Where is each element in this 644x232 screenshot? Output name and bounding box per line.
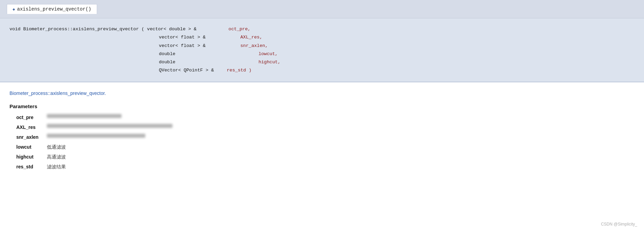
param-name-snr-axlen: snr_axlen xyxy=(16,134,47,141)
reference-link-anchor[interactable]: Biometer_process::axislens_preview_qvect… xyxy=(10,90,105,96)
param-name-highcut: highcut xyxy=(16,153,47,161)
param-desc-res-std: 滤波结果 xyxy=(47,163,66,170)
function-header: ◆ axislens_preview_qvector() xyxy=(0,0,644,18)
param-name-5: highcut, xyxy=(258,58,280,66)
blurred-content-snr-axlen xyxy=(47,134,145,138)
param-spacer-4 xyxy=(220,50,258,58)
param-spacer-3 xyxy=(220,42,240,50)
blurred-content-oct-pre xyxy=(47,114,122,118)
param-type-6: QVector< QPointF > & xyxy=(159,66,220,74)
param-spacer-5 xyxy=(220,58,258,66)
param-type-2: vector< float > & xyxy=(159,33,220,42)
param-row-highcut: highcut 高通滤波 xyxy=(16,153,634,161)
param-name-res-std: res_std xyxy=(16,163,47,170)
param-name-oct-pre: oct_pre xyxy=(16,114,47,121)
function-tab[interactable]: ◆ axislens_preview_qvector() xyxy=(7,4,97,14)
signature-line-5: double highcut, xyxy=(159,58,634,66)
param-name-4: lowcut, xyxy=(258,50,278,58)
signature-box: void Biometer_process::axislens_preview_… xyxy=(0,18,644,82)
tab-label: axislens_preview_qvector() xyxy=(17,6,91,12)
diamond-icon: ◆ xyxy=(13,7,15,12)
param-row-lowcut: lowcut 低通滤波 xyxy=(16,144,634,151)
parameters-title: Parameters xyxy=(10,103,634,109)
param-desc-oct-pre xyxy=(47,114,122,118)
param-desc-lowcut: 低通滤波 xyxy=(47,144,66,151)
param-type-4: double xyxy=(159,50,220,58)
function-name: Biometer_process::axislens_preview_qvect… xyxy=(23,25,147,33)
param-row-res-std: res_std 滤波结果 xyxy=(16,163,634,170)
signature-first-line: void Biometer_process::axislens_preview_… xyxy=(10,25,634,33)
param-desc-snr-axlen xyxy=(47,134,145,138)
param-desc-axl-res xyxy=(47,124,172,128)
parameters-table: oct_pre AXL_res snr_axlen lowcut 低通滤波 xyxy=(16,114,634,170)
signature-line-6: QVector< QPointF > & res_std ) xyxy=(159,66,634,74)
param-type-3: vector< float > & xyxy=(159,42,220,50)
signature-line-3: vector< float > & snr_axlen, xyxy=(159,42,634,50)
param-name-lowcut: lowcut xyxy=(16,144,47,151)
param-name-axl-res: AXL_res xyxy=(16,124,47,131)
param-spacer-6 xyxy=(220,66,227,74)
param-desc-highcut: 高通滤波 xyxy=(47,153,66,161)
return-type: void xyxy=(10,25,23,33)
param-row-axl-res: AXL_res xyxy=(16,124,634,131)
signature-line-4: double lowcut, xyxy=(159,50,634,58)
param-spacer-2 xyxy=(220,33,240,42)
param-name-1: oct_pre, xyxy=(228,25,251,33)
reference-line: Biometer_process::axislens_preview_qvect… xyxy=(10,90,634,96)
content-area: Biometer_process::axislens_preview_qvect… xyxy=(0,82,644,181)
blurred-content-axl-res xyxy=(47,124,172,128)
param-name-3: snr_axlen, xyxy=(240,42,268,50)
reference-period: . xyxy=(105,90,106,96)
watermark: CSDN @Simplicity_ xyxy=(601,222,637,227)
param-type-1: vector< double > & xyxy=(147,25,208,33)
param-spacer-1 xyxy=(208,25,228,33)
param-row-oct-pre: oct_pre xyxy=(16,114,634,121)
signature-line-2: vector< float > & AXL_res, xyxy=(159,33,634,42)
param-name-2: AXL_res, xyxy=(240,33,262,42)
param-name-6: res_std ) xyxy=(227,66,252,74)
param-row-snr-axlen: snr_axlen xyxy=(16,134,634,141)
param-type-5: double xyxy=(159,58,220,66)
